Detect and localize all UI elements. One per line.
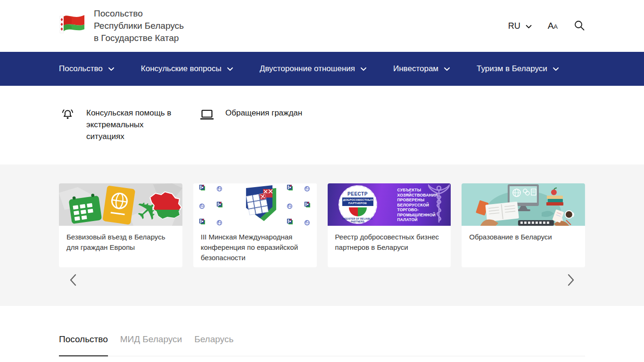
tab-mfa-belarus[interactable]: МИД Беларуси [120,334,182,356]
laptop-icon [199,108,215,123]
site-title-line: Посольство [94,8,184,20]
language-current: RU [508,21,520,31]
search-button[interactable] [574,20,585,33]
carousel-card-education[interactable]: Образование в Беларуси [462,183,585,267]
bell-icon [61,108,74,123]
nav-item-investors[interactable]: Инвесторам [393,64,450,74]
nav-item-bilateral-relations[interactable]: Двусторонние отношения [260,64,367,74]
register-badge-caption: REGISTER OF RELIABLE PARTNERS [339,217,376,223]
site-header: Посольство Республики Беларусь в Государ… [0,0,644,52]
chevron-down-icon [526,21,532,31]
chevron-down-icon [227,64,233,74]
quick-link-label: Обращения граждан [225,107,302,119]
chevron-right-icon [567,273,575,288]
search-icon [574,20,585,33]
chevron-down-icon [444,64,450,74]
nav-item-label: Двусторонние отношения [260,64,355,74]
card-title: III Минская Международная конференция по… [193,226,317,267]
visa-free-entry-illustration: ✈ [59,183,182,226]
font-size-small-label: A [553,23,558,30]
carousel-card-partners-register[interactable]: РЕЕСТР ДОБРОСОВЕСТНЫХ ПАРТНЕРОВ REGISTER… [328,183,451,267]
font-size-large-label: A [548,21,554,31]
site-title-line: в Государстве Катар [94,32,184,44]
tab-belarus[interactable]: Беларусь [194,334,233,356]
register-badge-box-line: ПАРТНЕРОВ [343,202,372,205]
carousel-next-button[interactable] [563,273,578,288]
nav-item-consular-issues[interactable]: Консульские вопросы [141,64,233,74]
main-navigation: Посольство Консульские вопросы Двусторон… [0,52,644,86]
chevron-down-icon [360,64,367,74]
chevron-left-icon [69,273,77,288]
nav-item-label: Консульские вопросы [141,64,222,74]
register-badge-disc [349,207,367,216]
belarus-flag-logo[interactable] [59,14,85,38]
nav-item-label: Посольство [59,64,103,74]
minsk-security-conference-emblem [193,183,317,226]
carousel-card-visa-free[interactable]: ✈ Безвизовый въезд в Беларусь для гражд [59,183,182,267]
education-illustration [462,183,585,226]
language-selector[interactable]: RU [508,21,532,31]
site-title-line: Республики Беларусь [94,20,184,32]
quick-link-label: Консульская помощь в экстремальных ситуа… [86,107,179,142]
register-badge: РЕЕСТР ДОБРОСОВЕСТНЫХ ПАРТНЕРОВ REGISTER… [339,185,377,224]
news-carousel-section: ✈ Безвизовый въезд в Беларусь для гражд [0,165,644,306]
quick-link-consular-help[interactable]: Консульская помощь в экстремальных ситуа… [59,107,179,142]
nav-item-tourism[interactable]: Туризм в Беларуси [477,64,559,74]
card-title: Реестр добросовестных бизнес партнеров в… [328,226,451,259]
chevron-down-icon [108,64,115,74]
tab-embassy[interactable]: Посольство [59,334,108,356]
register-badge-title: РЕЕСТР [339,191,376,197]
nav-item-label: Инвесторам [393,64,438,74]
nav-item-embassy[interactable]: Посольство [59,64,115,74]
register-badge-box-line: ДОБРОСОВЕСТНЫХ [343,198,372,202]
chevron-down-icon [553,64,559,74]
site-title[interactable]: Посольство Республики Беларусь в Государ… [94,8,184,44]
quick-link-citizen-appeals[interactable]: Обращения граждан [199,107,302,123]
belarus-flag-icon [59,30,85,38]
news-tabs-section: Посольство МИД Беларуси Беларусь [59,306,585,356]
news-tabs: Посольство МИД Беларуси Беларусь [59,334,585,356]
carousel-card-minsk-conference[interactable]: III Минская Международная конференция по… [193,183,317,267]
nav-item-label: Туризм в Беларуси [477,64,547,74]
font-size-control[interactable]: AA [548,21,558,31]
card-title: Образование в Беларуси [462,226,585,248]
card-title: Безвизовый въезд в Беларусь для граждан … [59,226,182,259]
carousel-prev-button[interactable] [66,273,81,288]
caduceus-icon [428,184,450,226]
reliable-partners-register-banner: РЕЕСТР ДОБРОСОВЕСТНЫХ ПАРТНЕРОВ REGISTER… [328,183,451,226]
carousel-cards: ✈ Безвизовый въезд в Беларусь для гражд [59,165,585,267]
quick-links-section: Консульская помощь в экстремальных ситуа… [59,86,585,165]
